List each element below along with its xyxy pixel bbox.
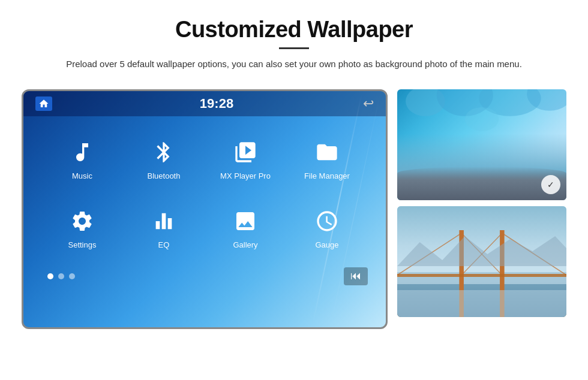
- app-music[interactable]: Music: [41, 128, 123, 189]
- app-eq-label: EQ: [158, 240, 170, 249]
- page-title: Customized Wallpaper: [36, 17, 552, 43]
- back-icon[interactable]: ↩: [363, 96, 374, 111]
- dot-2[interactable]: [58, 273, 64, 279]
- pagination-dots: [47, 273, 75, 279]
- bridge-photo: [397, 206, 566, 317]
- ice-cave-photo: ✓: [397, 89, 566, 200]
- app-bluetooth-label: Bluetooth: [148, 171, 181, 180]
- car-screen-mockup: 19:28 ↩ Music Bluetooth: [22, 89, 388, 329]
- settings-icon: [67, 206, 98, 237]
- equalizer-icon: [148, 206, 179, 237]
- app-filemanager[interactable]: File Manager: [286, 128, 368, 189]
- time-display: 19:28: [200, 96, 233, 111]
- status-bar: 19:28 ↩: [23, 91, 386, 116]
- svg-rect-7: [397, 263, 566, 284]
- app-gauge-label: Gauge: [315, 240, 338, 249]
- app-eq[interactable]: EQ: [123, 197, 205, 258]
- content-area: 19:28 ↩ Music Bluetooth: [0, 81, 588, 329]
- bluetooth-icon: [148, 137, 179, 168]
- folder-icon: [311, 137, 343, 168]
- svg-rect-14: [397, 274, 566, 277]
- home-button[interactable]: [35, 96, 52, 111]
- dot-1[interactable]: [47, 273, 53, 279]
- title-divider: [279, 47, 309, 49]
- speedometer-icon: [311, 206, 343, 237]
- music-icon: [67, 137, 98, 168]
- photo-notification-badge: ✓: [541, 175, 560, 194]
- video-player-icon: [230, 137, 261, 168]
- svg-point-4: [465, 107, 499, 131]
- app-mxplayer[interactable]: MX Player Pro: [205, 128, 286, 189]
- app-settings[interactable]: Settings: [41, 197, 123, 258]
- bridge-svg: [397, 206, 566, 317]
- wallpaper-photos: ✓: [397, 89, 566, 317]
- bottom-bar: ⏮: [23, 264, 386, 291]
- app-mxplayer-label: MX Player Pro: [220, 171, 271, 180]
- app-gallery[interactable]: Gallery: [205, 197, 286, 258]
- svg-rect-16: [397, 290, 566, 317]
- page-header: Customized Wallpaper Preload over 5 defa…: [0, 0, 588, 81]
- ice-stalactites-svg: [397, 89, 566, 167]
- home-icon[interactable]: [35, 96, 52, 111]
- app-settings-label: Settings: [68, 240, 97, 249]
- dot-3[interactable]: [69, 273, 75, 279]
- image-icon: [230, 206, 261, 237]
- skip-button[interactable]: ⏮: [344, 267, 368, 285]
- app-gallery-label: Gallery: [233, 240, 257, 249]
- app-grid-row2: Settings EQ Gallery Gauge: [23, 195, 386, 264]
- page-subtitle: Preload over 5 default wallpaper options…: [48, 58, 540, 71]
- app-bluetooth[interactable]: Bluetooth: [123, 128, 205, 189]
- app-music-label: Music: [72, 171, 92, 180]
- app-grid-row1: Music Bluetooth MX Player Pro: [23, 116, 386, 195]
